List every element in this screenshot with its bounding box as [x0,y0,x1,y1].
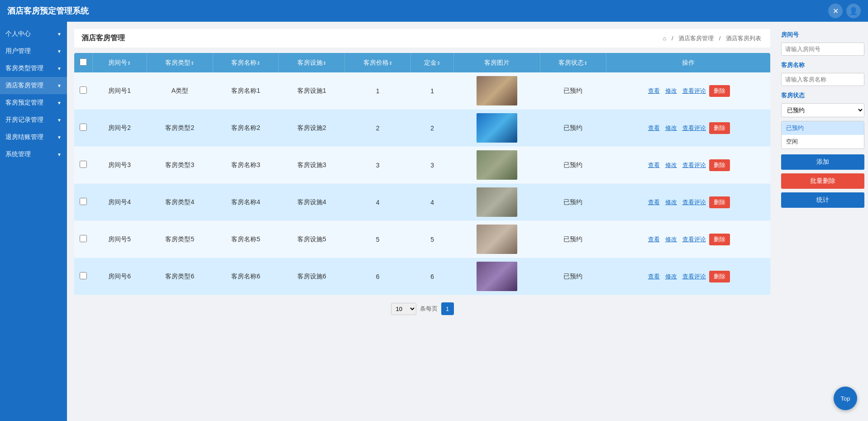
table-row: 房间号2 客房类型2 客房名称2 客房设施2 2 2 已预约 查看 修改 查看评… [74,110,770,147]
deposit-cell: 5 [410,221,453,258]
th-deposit[interactable]: 定金⇕ [410,53,453,72]
room-no-cell: 房间号1 [92,72,147,110]
view-reviews-button-5[interactable]: 查看评论 [681,272,708,282]
th-facilities[interactable]: 客房设施⇕ [279,53,345,72]
stats-button[interactable]: 统计 [781,192,864,208]
delete-button-0[interactable]: 删除 [709,85,730,97]
room-no-cell: 房间号4 [92,184,147,221]
dropdown-option-reserved[interactable]: 已预约 [782,121,864,135]
room-no-cell: 房间号2 [92,110,147,147]
delete-button-5[interactable]: 删除 [709,271,730,282]
table-row: 房间号4 客房类型4 客房名称4 客房设施4 4 4 已预约 查看 修改 查看评… [74,184,770,221]
page-num-1[interactable]: 1 [441,302,454,315]
price-cell: 5 [345,221,411,258]
dropdown-option-free[interactable]: 空闲 [782,135,864,148]
edit-button-3[interactable]: 修改 [663,197,679,207]
room-name-cell: 客房名称5 [213,221,279,258]
view-button-4[interactable]: 查看 [646,234,662,244]
row-checkbox-cell [74,110,92,147]
th-room-no[interactable]: 房间号⇕ [92,53,147,72]
room-image-4 [477,225,517,254]
chevron-down-icon: ▼ [57,49,62,54]
status-cell: 已预约 [540,184,606,221]
filter-room-no-input[interactable] [781,43,864,56]
header: 酒店客房预定管理系统 ✕ 👤 [0,0,868,22]
sidebar-item-personal-center[interactable]: 个人中心 ▼ [0,25,67,43]
view-reviews-button-0[interactable]: 查看评论 [681,86,708,96]
image-cell [454,258,540,295]
filter-room-name-input[interactable] [781,73,864,86]
chevron-down-icon: ▼ [57,118,62,123]
sidebar-item-system-management[interactable]: 系统管理 ▼ [0,146,67,163]
select-all-checkbox[interactable] [80,58,87,66]
sidebar-item-checkin-management[interactable]: 开房记录管理 ▼ [0,111,67,129]
page-label: 条每页 [420,305,438,313]
delete-button-1[interactable]: 删除 [709,122,730,134]
row-checkbox-3[interactable] [80,198,87,205]
price-cell: 4 [345,184,411,221]
page-size-select[interactable]: 10 20 50 100 [391,303,416,315]
view-reviews-button-1[interactable]: 查看评论 [681,123,708,133]
view-button-5[interactable]: 查看 [646,272,662,282]
th-room-type[interactable]: 客房类型⇕ [147,53,213,72]
sidebar-item-room-type-management[interactable]: 客房类型管理 ▼ [0,60,67,77]
price-cell: 1 [345,72,411,110]
status-cell: 已预约 [540,147,606,184]
edit-button-5[interactable]: 修改 [663,272,679,282]
view-reviews-button-3[interactable]: 查看评论 [681,197,708,207]
row-checkbox-1[interactable] [80,124,87,131]
sidebar-item-user-management[interactable]: 用户管理 ▼ [0,43,67,60]
view-button-1[interactable]: 查看 [646,123,662,133]
th-image: 客房图片 [454,53,540,72]
chevron-down-icon: ▼ [57,83,62,88]
th-status[interactable]: 客房状态⇕ [540,53,606,72]
user-button[interactable]: 👤 [846,4,861,18]
actions-cell: 查看 修改 查看评论 删除 [606,221,770,258]
sidebar-item-reservation-management[interactable]: 客房预定管理 ▼ [0,94,67,111]
row-checkbox-5[interactable] [80,272,87,279]
row-checkbox-0[interactable] [80,86,87,94]
edit-button-1[interactable]: 修改 [663,123,679,133]
th-room-name[interactable]: 客房名称⇕ [213,53,279,72]
room-type-cell: 客房类型4 [147,184,213,221]
row-checkbox-cell [74,258,92,295]
right-panel: 房间号 客房名称 客房状态 已预约 空闲 已预约 空闲 添加 批量删除 统计 [777,22,868,421]
chevron-down-icon: ▼ [57,66,62,71]
room-type-cell: A类型 [147,72,213,110]
view-button-2[interactable]: 查看 [646,160,662,170]
room-name-cell: 客房名称1 [213,72,279,110]
price-cell: 3 [345,147,411,184]
delete-button-2[interactable]: 删除 [709,159,730,171]
view-reviews-button-2[interactable]: 查看评论 [681,160,708,170]
sidebar: 个人中心 ▼ 用户管理 ▼ 客房类型管理 ▼ 酒店客房管理 ▼ 客房预定管理 ▼… [0,22,67,421]
close-button[interactable]: ✕ [828,4,843,18]
room-image-0 [477,76,517,105]
delete-button-4[interactable]: 删除 [709,234,730,245]
page-title: 酒店客房管理 [81,33,125,43]
view-button-3[interactable]: 查看 [646,197,662,207]
delete-button-3[interactable]: 删除 [709,196,730,208]
sidebar-item-hotel-room-management[interactable]: 酒店客房管理 ▼ [0,77,67,94]
filter-status-select[interactable]: 已预约 空闲 [781,103,864,117]
room-image-3 [477,187,517,217]
th-price[interactable]: 客房价格⇕ [345,53,411,72]
view-reviews-button-4[interactable]: 查看评论 [681,234,708,244]
deposit-cell: 2 [410,110,453,147]
table-header-row: 房间号⇕ 客房类型⇕ 客房名称⇕ 客房设施⇕ 客房价格⇕ 定金⇕ 客房图片 客房… [74,53,770,72]
image-cell [454,147,540,184]
view-button-0[interactable]: 查看 [646,86,662,96]
facilities-cell: 客房设施6 [279,258,345,295]
edit-button-2[interactable]: 修改 [663,160,679,170]
dropdown-list: 已预约 空闲 [781,121,864,149]
add-button[interactable]: 添加 [781,154,864,170]
select-all-header[interactable] [74,53,92,72]
layout: 个人中心 ▼ 用户管理 ▼ 客房类型管理 ▼ 酒店客房管理 ▼ 客房预定管理 ▼… [0,22,868,421]
top-button[interactable]: Top [834,387,857,410]
batch-delete-button[interactable]: 批量删除 [781,173,864,189]
edit-button-4[interactable]: 修改 [663,234,679,244]
room-no-cell: 房间号5 [92,221,147,258]
sidebar-item-checkout-management[interactable]: 退房结账管理 ▼ [0,129,67,146]
row-checkbox-4[interactable] [80,235,87,242]
edit-button-0[interactable]: 修改 [663,86,679,96]
row-checkbox-2[interactable] [80,161,87,168]
